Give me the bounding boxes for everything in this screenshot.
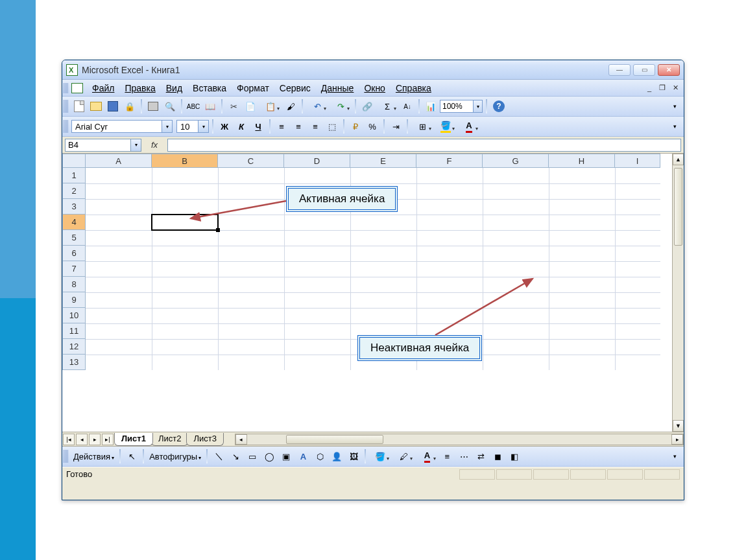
open-button[interactable]	[88, 99, 104, 114]
vertical-scrollbar[interactable]: ▲ ▼	[672, 154, 684, 432]
fill-color-button[interactable]: 🪣	[369, 449, 391, 464]
scroll-down-icon[interactable]: ▼	[673, 420, 684, 432]
autosum-button[interactable]: Σ	[376, 99, 398, 114]
row-header-2[interactable]: 2	[62, 183, 86, 199]
workbook-icon[interactable]	[71, 83, 83, 93]
align-right-button[interactable]: ≡	[307, 119, 323, 134]
select-objects-button[interactable]: ↖	[124, 449, 139, 464]
dropdown-icon[interactable]: ▾	[162, 120, 173, 133]
redo-button[interactable]: ↷	[330, 99, 352, 114]
scroll-right-icon[interactable]: ▸	[671, 434, 683, 445]
scroll-up-icon[interactable]: ▲	[673, 154, 684, 165]
minimize-button[interactable]: —	[608, 64, 631, 76]
tab-nav-next-icon[interactable]: ▸	[89, 434, 101, 445]
name-box-dropdown-icon[interactable]: ▾	[131, 139, 141, 152]
underline-button[interactable]: Ч	[250, 119, 266, 134]
clipart-button[interactable]: 👤	[329, 449, 344, 464]
row-header-5[interactable]: 5	[62, 230, 86, 246]
horizontal-scrollbar[interactable]: ◂ ▸	[235, 434, 684, 445]
copy-button[interactable]: 📄	[243, 99, 258, 114]
mdi-minimize[interactable]: _	[645, 84, 654, 93]
new-button[interactable]	[71, 99, 87, 114]
toolbar-options-button[interactable]: ▾	[667, 99, 682, 114]
3d-button[interactable]: ◧	[507, 449, 522, 464]
paste-button[interactable]: 📋	[259, 99, 282, 114]
row-header-11[interactable]: 11	[62, 323, 86, 339]
menu-window[interactable]: Окно	[359, 82, 391, 95]
arrow-button[interactable]: ↘	[228, 449, 243, 464]
close-button[interactable]: ✕	[658, 64, 680, 76]
actions-menu[interactable]: Действия	[71, 452, 116, 461]
column-header-h[interactable]: H	[549, 154, 615, 168]
font-size-combo[interactable]: 10 ▾	[176, 120, 209, 133]
percent-button[interactable]: %	[365, 119, 380, 134]
sheet-tab-3[interactable]: Лист3	[186, 433, 223, 446]
align-center-button[interactable]: ≡	[291, 119, 306, 134]
menu-help[interactable]: Справка	[391, 82, 437, 95]
zoom-value[interactable]: 100%	[440, 100, 474, 113]
help-button[interactable]: ?	[493, 100, 505, 112]
hscroll-thumb[interactable]	[286, 435, 383, 444]
diagram-button[interactable]: ⬡	[312, 449, 328, 464]
column-header-i[interactable]: I	[615, 154, 660, 168]
zoom-dropdown-icon[interactable]: ▾	[474, 100, 483, 113]
print-preview-button[interactable]: 🔍	[162, 99, 178, 114]
undo-button[interactable]: ↶	[306, 99, 328, 114]
scroll-thumb[interactable]	[674, 168, 682, 246]
row-header-9[interactable]: 9	[62, 292, 86, 308]
formula-input[interactable]	[167, 139, 681, 152]
mdi-close[interactable]: ✕	[671, 84, 680, 93]
line-style-button[interactable]: ≡	[439, 449, 455, 464]
font-color-button[interactable]: A	[416, 449, 438, 464]
font-color-button[interactable]: A	[458, 119, 480, 134]
column-header-b[interactable]: B	[152, 154, 218, 168]
hyperlink-button[interactable]: 🔗	[359, 99, 375, 114]
research-button[interactable]: 📖	[202, 99, 218, 114]
align-left-button[interactable]: ≡	[274, 119, 289, 134]
tab-nav-prev-icon[interactable]: ◂	[76, 434, 88, 445]
row-header-12[interactable]: 12	[62, 339, 86, 355]
save-button[interactable]	[105, 99, 121, 114]
cut-button[interactable]: ✂	[226, 99, 241, 114]
toolbar-options-button[interactable]: ▾	[667, 119, 682, 134]
tab-nav-last-icon[interactable]: ▸|	[102, 434, 114, 445]
wordart-button[interactable]: A	[295, 449, 311, 464]
sheet-tab-1[interactable]: Лист1	[114, 433, 153, 446]
font-name-combo[interactable]: Arial Cyr ▾	[71, 120, 173, 133]
column-header-c[interactable]: C	[218, 154, 284, 168]
toolbar-options-button[interactable]: ▾	[667, 449, 682, 464]
column-header-d[interactable]: D	[284, 154, 350, 168]
permission-button[interactable]: 🔒	[122, 99, 138, 114]
menu-format[interactable]: Формат	[232, 82, 274, 95]
line-button[interactable]: ＼	[211, 449, 226, 464]
textbox-button[interactable]: ▣	[278, 449, 294, 464]
print-button[interactable]	[145, 99, 161, 114]
increase-indent-button[interactable]: ⇥	[388, 119, 403, 134]
select-all-corner[interactable]	[62, 154, 86, 168]
menu-data[interactable]: Данные	[316, 82, 359, 95]
toolbar-grip[interactable]	[64, 83, 69, 93]
arrow-style-button[interactable]: ⇄	[473, 449, 488, 464]
column-header-e[interactable]: E	[350, 154, 416, 168]
row-header-4[interactable]: 4	[62, 215, 86, 230]
spellcheck-button[interactable]: ABC	[186, 99, 201, 114]
menu-view[interactable]: Вид	[161, 82, 187, 95]
row-header-1[interactable]: 1	[62, 168, 86, 183]
sort-asc-button[interactable]: А↓	[400, 99, 415, 114]
zoom-control[interactable]: 100% ▾	[440, 100, 483, 113]
toolbar-grip[interactable]	[64, 100, 69, 113]
line-color-button[interactable]: 🖊	[392, 449, 415, 464]
dropdown-icon[interactable]: ▾	[199, 120, 209, 133]
tab-nav-first-icon[interactable]: |◂	[63, 434, 75, 445]
row-header-10[interactable]: 10	[62, 308, 86, 323]
column-header-a[interactable]: A	[86, 154, 152, 168]
oval-button[interactable]: ◯	[261, 449, 277, 464]
rectangle-button[interactable]: ▭	[245, 449, 260, 464]
bold-button[interactable]: Ж	[217, 119, 232, 134]
mdi-restore[interactable]: ❐	[658, 84, 667, 93]
merge-center-button[interactable]: ⬚	[324, 119, 340, 134]
menu-tools[interactable]: Сервис	[274, 82, 316, 95]
toolbar-grip[interactable]	[64, 450, 69, 463]
autoshapes-menu[interactable]: Автофигуры	[147, 452, 203, 461]
fx-label[interactable]: fx	[141, 140, 167, 150]
